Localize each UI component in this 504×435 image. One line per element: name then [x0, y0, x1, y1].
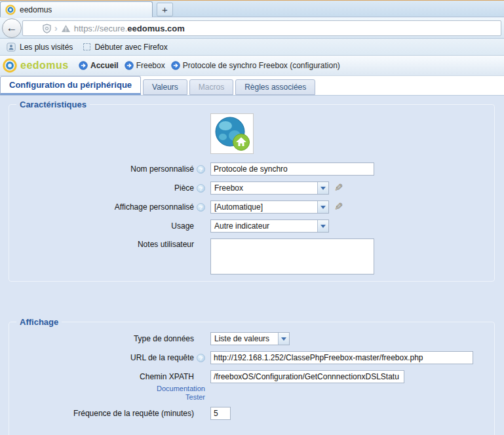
favicon-eedomus-icon — [5, 5, 16, 15]
field-label-type-de-donnees: Type de données — [9, 334, 194, 343]
field-label-notes-utilisateur: Notes utilisateur — [9, 238, 194, 249]
help-icon[interactable]: ? — [197, 354, 205, 362]
breadcrumb-label: Protocole de synchro Freebox (configurat… — [183, 61, 340, 70]
chemin-xpath-input[interactable] — [210, 370, 404, 383]
dropdown-button[interactable] — [278, 333, 289, 345]
page-content: Caractéristiques Nom personnalisé ? — [0, 96, 504, 435]
dropdown-button[interactable] — [317, 182, 328, 194]
section-title: Caractéristiques — [16, 100, 90, 109]
field-label-piece: Pièce — [9, 183, 194, 193]
type-de-donnees-select-value: Liste de valeurs — [211, 334, 278, 343]
field-label-frequence-requete: Fréquence de la requête (minutes) — [9, 409, 194, 418]
usage-select[interactable]: Autre indicateur — [210, 219, 329, 233]
new-tab-button[interactable]: + — [157, 3, 173, 16]
usage-select-value: Autre indicateur — [211, 221, 317, 231]
dropdown-button[interactable] — [317, 220, 328, 232]
tab-regles-associees[interactable]: Règles associées — [235, 79, 315, 95]
field-label-affichage-personnalise: Affichage personnalisé — [9, 202, 194, 212]
most-visited-icon — [7, 43, 16, 52]
piece-select[interactable]: Freebox — [210, 181, 329, 195]
chevron-down-icon — [320, 187, 326, 190]
affichage-personnalise-select[interactable]: [Automatique] — [210, 200, 329, 214]
bookmark-label: Débuter avec Firefox — [94, 43, 167, 52]
browser-tab-title: eedomus — [20, 5, 52, 14]
url-requete-input[interactable] — [210, 351, 473, 364]
xpath-links: Documentation Tester — [9, 385, 205, 402]
chevron-icon: › — [54, 23, 58, 33]
breadcrumb-label: Freebox — [136, 61, 165, 70]
placeholder-favicon-icon — [83, 43, 90, 50]
piece-select-value: Freebox — [211, 183, 317, 193]
bookmark-getting-started[interactable]: Débuter avec Firefox — [81, 41, 170, 53]
browser-navbar: ← › https://secure.eedomus.com — [0, 18, 504, 39]
tab-macros: Macros — [189, 79, 233, 95]
chevron-down-icon — [320, 206, 326, 209]
section-affichage: Affichage Type de données Liste de valeu… — [9, 317, 495, 435]
frequence-requete-input[interactable] — [210, 407, 231, 420]
eedomus-logo-icon — [3, 58, 17, 73]
field-label-chemin-xpath: Chemin XPATH — [9, 372, 194, 381]
eedomus-logo[interactable]: eedomus — [0, 58, 79, 73]
logo-text: eedomus — [20, 60, 69, 71]
url-bar[interactable]: › https://secure.eedomus.com — [22, 20, 501, 36]
page-tab-bar: Configuration du périphérique Valeurs Ma… — [0, 76, 504, 96]
browser-tab-strip: eedomus + — [0, 0, 504, 17]
section-caracteristiques: Caractéristiques Nom personnalisé ? — [9, 100, 495, 282]
tab-valeurs[interactable]: Valeurs — [143, 79, 187, 95]
help-icon[interactable]: ? — [197, 203, 205, 212]
edit-pencil-icon[interactable]: ✎ — [334, 183, 343, 193]
edit-pencil-icon[interactable]: ✎ — [334, 202, 343, 212]
url-domain: eedomus.com — [127, 24, 184, 33]
shield-icon — [43, 24, 51, 33]
notes-utilisateur-textarea[interactable] — [210, 238, 374, 274]
nom-personnalise-input[interactable] — [210, 162, 374, 176]
tester-link[interactable]: Tester — [9, 393, 205, 402]
url-prefix: https://secure. — [74, 24, 128, 33]
field-label-nom-personnalise: Nom personnalisé — [9, 164, 194, 174]
warning-triangle-icon — [61, 24, 71, 33]
bookmarks-bar: Les plus visités Débuter avec Firefox — [0, 39, 504, 56]
site-header: eedomus Accueil Freebox — [0, 56, 504, 76]
field-label-url-requete: URL de la requête — [9, 353, 194, 362]
bookmark-most-visited[interactable]: Les plus visités — [4, 41, 75, 53]
tab-configuration-du-peripherique[interactable]: Configuration du périphérique — [0, 76, 141, 95]
chevron-down-icon — [281, 337, 286, 341]
breadcrumb-protocole[interactable]: Protocole de synchro Freebox (configurat… — [171, 61, 340, 70]
breadcrumb-accueil[interactable]: Accueil — [79, 61, 119, 70]
arrow-circle-icon — [79, 61, 88, 70]
breadcrumb-label: Accueil — [90, 61, 119, 70]
dropdown-button[interactable] — [317, 201, 328, 213]
breadcrumb-freebox[interactable]: Freebox — [125, 61, 165, 70]
documentation-link[interactable]: Documentation — [9, 385, 205, 393]
browser-tab[interactable]: eedomus — [0, 1, 153, 17]
chevron-down-icon — [320, 225, 326, 228]
help-icon[interactable]: ? — [197, 184, 205, 193]
help-icon[interactable]: ? — [197, 165, 205, 174]
section-title: Affichage — [16, 317, 62, 327]
breadcrumb: Accueil Freebox Protocole de synchro Fre… — [79, 61, 340, 70]
affichage-personnalise-select-value: [Automatique] — [211, 202, 317, 212]
arrow-circle-icon — [125, 61, 134, 70]
url-text: https://secure.eedomus.com — [74, 24, 185, 33]
field-label-usage: Usage — [9, 221, 194, 231]
device-icon — [210, 113, 254, 154]
back-button[interactable]: ← — [2, 18, 22, 38]
arrow-circle-icon — [171, 61, 180, 70]
type-de-donnees-select[interactable]: Liste de valeurs — [210, 332, 290, 345]
bookmark-label: Les plus visités — [20, 43, 73, 52]
